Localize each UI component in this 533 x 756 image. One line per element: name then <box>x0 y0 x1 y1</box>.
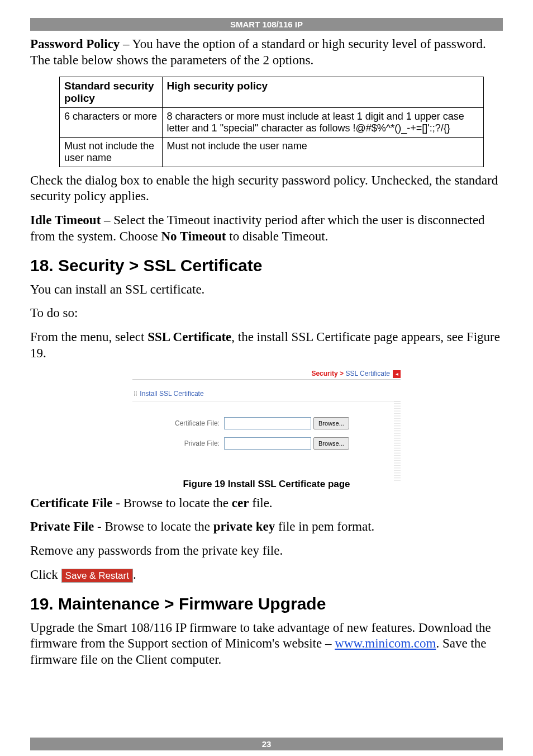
click-save-restart-paragraph: Click Save & Restart. <box>30 567 503 583</box>
cert-file-post: file. <box>249 496 272 510</box>
private-file-pre: - Browse to locate the <box>94 519 213 533</box>
minicom-link[interactable]: www.minicom.com <box>335 636 436 650</box>
bottom-hatch-decoration <box>394 474 401 481</box>
save-restart-button[interactable]: Save & Restart <box>61 569 133 583</box>
cell-standard-1: Must not include the user name <box>60 137 163 167</box>
password-policy-paragraph: Password Policy – You have the option of… <box>30 36 503 69</box>
cert-file-pre: - Browse to locate the <box>113 496 232 510</box>
idle-timeout-paragraph: Idle Timeout – Select the Timeout inacti… <box>30 212 503 245</box>
figure-19-caption: Figure 19 Install SSL Certificate page <box>30 479 503 490</box>
section-19-heading: 19. Maintenance > Firmware Upgrade <box>30 594 503 613</box>
ssl-inner-panel: Certificate File: Browse... Private File… <box>132 401 401 474</box>
click-label: Click <box>30 568 58 582</box>
period: . <box>133 568 136 582</box>
private-file-bold: Private File <box>30 519 94 533</box>
certificate-file-label: Certificate File: <box>148 419 224 427</box>
private-file-label: Private File: <box>148 440 224 447</box>
private-key-bold: private key <box>213 519 275 533</box>
private-file-post: file in pem format. <box>275 519 374 533</box>
cell-high-1: Must not include the user name <box>162 137 483 167</box>
page-footer: 23 <box>30 738 503 750</box>
breadcrumb: Security > SSL Certificate◂ <box>132 370 401 380</box>
ssl-certificate-dialog: Security > SSL Certificate◂ ⁞⁞ Install S… <box>132 370 401 474</box>
idle-timeout-label: Idle Timeout <box>30 213 101 227</box>
dots-icon: ⁞⁞ <box>134 390 137 398</box>
password-policy-label: Password Policy <box>30 37 120 51</box>
table-row: 6 characters or more 8 characters or mor… <box>60 107 484 137</box>
side-hatch-decoration <box>394 401 401 474</box>
to-do-so: To do so: <box>30 305 503 322</box>
idle-timeout-post: to disable Timeout. <box>226 229 329 243</box>
header-high: High security policy <box>162 77 483 107</box>
upgrade-paragraph: Upgrade the Smart 108/116 IP firmware to… <box>30 620 503 668</box>
certificate-browse-button[interactable]: Browse... <box>313 417 349 429</box>
from-menu-paragraph: From the menu, select SSL Certificate, t… <box>30 329 503 362</box>
section-18-heading: 18. Security > SSL Certificate <box>30 256 503 275</box>
cell-high-0: 8 characters or more must include at lea… <box>162 107 483 137</box>
private-file-paragraph: Private File - Browse to locate the priv… <box>30 519 503 535</box>
page-content: Password Policy – You have the option of… <box>0 36 533 693</box>
table-header-row: Standard security policy High security p… <box>60 77 484 107</box>
figure-19: Security > SSL Certificate◂ ⁞⁞ Install S… <box>30 370 503 490</box>
ssl-install-text: You can install an SSL certificate. <box>30 282 503 298</box>
ssl-certificate-bold: SSL Certificate <box>147 330 231 344</box>
table-row: Must not include the user name Must not … <box>60 137 484 167</box>
certificate-file-bold: Certificate File <box>30 496 113 510</box>
breadcrumb-close-icon[interactable]: ◂ <box>393 370 401 378</box>
install-ssl-header: ⁞⁞ Install SSL Certificate <box>132 380 401 401</box>
no-timeout-label: No Timeout <box>161 229 226 243</box>
cer-bold: cer <box>232 496 249 510</box>
certificate-file-paragraph: Certificate File - Browse to locate the … <box>30 495 503 512</box>
certificate-file-row: Certificate File: Browse... <box>138 417 395 429</box>
check-text: Check the dialog box to enable the high … <box>30 173 503 205</box>
from-menu-pre: From the menu, select <box>30 330 147 344</box>
remove-password-text: Remove any passwords from the private ke… <box>30 543 503 559</box>
certificate-file-input[interactable] <box>224 417 311 429</box>
breadcrumb-security: Security > <box>311 370 345 377</box>
private-file-row: Private File: Browse... <box>138 437 395 450</box>
header-standard: Standard security policy <box>60 77 163 107</box>
private-browse-button[interactable]: Browse... <box>313 437 349 450</box>
cell-standard-0: 6 characters or more <box>60 107 163 137</box>
private-file-input[interactable] <box>224 437 311 450</box>
security-policy-table: Standard security policy High security p… <box>59 77 484 167</box>
breadcrumb-ssl-link[interactable]: SSL Certificate <box>345 370 390 377</box>
install-ssl-header-text: Install SSL Certificate <box>140 390 203 398</box>
page-header: SMART 108/116 IP <box>30 18 503 31</box>
